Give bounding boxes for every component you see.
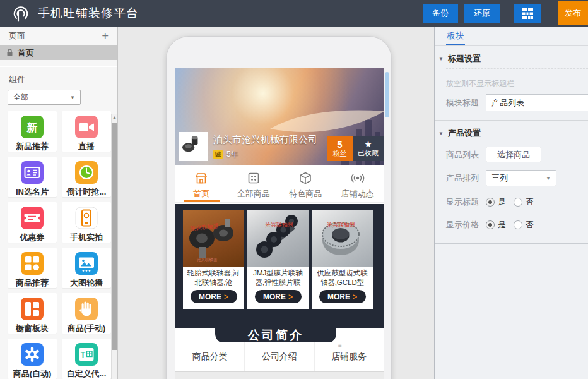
footer-nav-item[interactable]: 商品分类: [175, 342, 245, 371]
more-button[interactable]: MORE>: [255, 290, 302, 303]
component-filter-value: 全部: [13, 92, 28, 103]
footer-nav-item[interactable]: 店铺服务: [315, 342, 384, 371]
title-settings-section[interactable]: ▼ 标题设置: [435, 46, 588, 68]
svg-text:新: 新: [26, 121, 38, 134]
component-gear[interactable]: 商品(自动): [8, 339, 57, 379]
shop-years: 5年: [226, 149, 238, 160]
no-label: 否: [526, 219, 534, 231]
component-label: 直播: [62, 141, 111, 152]
shop-tab-label: 特色商品: [289, 188, 322, 200]
fans-counter[interactable]: 5 粉丝: [327, 136, 353, 161]
component-coupon[interactable]: 优惠券: [8, 202, 57, 243]
show-price-no-radio[interactable]: [514, 220, 522, 229]
component-window-layout[interactable]: 橱窗板块: [8, 293, 57, 334]
show-title-yes-radio[interactable]: [486, 198, 495, 207]
component-label: 手机实拍: [62, 232, 111, 243]
qr-code-button[interactable]: [514, 4, 541, 23]
module-title-input[interactable]: [486, 94, 588, 111]
no-label: 否: [526, 196, 534, 208]
settings-panel: 板块 ▼ 标题设置 放空则不显示标题栏 模块标题 ▼ 产品设置 商品列表 选择商…: [434, 27, 588, 379]
shop-tab-storefront[interactable]: 首页: [175, 165, 228, 202]
svg-text:T: T: [81, 351, 86, 359]
product-image: 沧兴联轴器沧兴联轴器: [183, 210, 244, 267]
shop-banner-image: 泊头市沧兴机械有限公司 诚 5年 5 粉丝 ★ 已收藏: [175, 68, 384, 165]
settings-tabbar: 板块: [435, 27, 588, 46]
module-drag-handle-icon[interactable]: ≡: [338, 342, 342, 349]
tab-module[interactable]: 板块: [446, 27, 465, 45]
product-image: 沧兴联轴器: [247, 210, 309, 267]
more-button[interactable]: MORE>: [191, 290, 237, 303]
shop-logo: [179, 132, 208, 161]
lock-icon: [6, 49, 13, 57]
footer-nav-item[interactable]: 公司介绍: [245, 342, 314, 371]
video-camera-icon: [75, 116, 98, 138]
component-contact-card[interactable]: IN选名片: [8, 157, 57, 197]
page-item-label: 首页: [18, 47, 34, 59]
chevron-down-icon: ▼: [70, 95, 75, 100]
component-hand[interactable]: 商品(手动): [62, 293, 111, 334]
title-settings-label: 标题设置: [448, 53, 481, 64]
title-hint-text: 放空则不显示标题栏: [435, 69, 588, 90]
shop-tab-cube[interactable]: 特色商品: [279, 165, 332, 202]
broadcast-icon: [350, 171, 365, 186]
shop-tab-broadcast[interactable]: 店铺动态: [332, 165, 384, 202]
component-filter-dropdown[interactable]: 全部 ▼: [8, 90, 81, 105]
contact-card-icon: [21, 161, 44, 184]
star-icon: ★: [364, 140, 372, 149]
phone-scrollbar-thumb[interactable]: [385, 72, 389, 117]
product-settings-label: 产品设置: [448, 128, 481, 139]
sidebar-scrollbar-thumb[interactable]: [112, 123, 117, 350]
product-card: 沧兴联轴器JMJ型膜片联轴器,弹性膜片联MORE>: [247, 210, 309, 309]
show-price-label: 显示价格: [446, 219, 486, 231]
component-grid[interactable]: 商品推荐: [8, 248, 57, 288]
show-title-label: 显示标题: [446, 196, 486, 208]
component-video-camera[interactable]: 直播: [62, 111, 111, 152]
app-title: 手机旺铺装修平台: [38, 5, 139, 21]
chevron-down-icon: ▼: [546, 176, 551, 181]
favorite-button[interactable]: ★ 已收藏: [353, 136, 384, 161]
sidebar: 页面 + 首页 组件 全部 ▼ 新新品推荐直播IN选名片倒计时抢...优惠券手机…: [0, 27, 118, 379]
sidebar-item-home-page[interactable]: 首页: [0, 45, 117, 60]
component-countdown-clock[interactable]: 倒计时抢...: [62, 157, 111, 197]
qr-code-icon: [521, 7, 534, 20]
gear-icon: [21, 343, 44, 366]
show-price-yes-radio[interactable]: [486, 220, 495, 229]
component-label: 大图轮播: [62, 277, 111, 288]
component-label: 优惠券: [8, 232, 57, 243]
select-product-button[interactable]: 选择商品: [486, 147, 541, 162]
add-page-button[interactable]: +: [102, 31, 109, 41]
product-list-module: 沧兴联轴器沧兴联轴器轮胎式联轴器,河北联轴器,沧MORE>沧兴联轴器JMJ型膜片…: [175, 204, 384, 328]
component-phone-camera[interactable]: 手机实拍: [62, 202, 111, 243]
more-label: MORE: [263, 292, 286, 301]
component-image-carousel[interactable]: 大图轮播: [62, 248, 111, 288]
hand-icon: [75, 298, 98, 320]
phone-camera-icon: [75, 207, 98, 229]
publish-button[interactable]: 发布: [558, 1, 588, 25]
app-logo-icon: [10, 3, 32, 24]
product-title: 供应鼓型齿式联轴器,GCLD型: [312, 267, 373, 287]
pages-title: 页面: [9, 30, 25, 42]
shop-tab-grid-dots[interactable]: 全部商品: [228, 165, 280, 202]
scroll-up-icon[interactable]: ▲: [112, 114, 117, 121]
component-grid: 新新品推荐直播IN选名片倒计时抢...优惠券手机实拍商品推荐大图轮播橱窗板块商品…: [0, 111, 117, 379]
product-settings-section[interactable]: ▼ 产品设置: [435, 121, 588, 143]
fans-count: 5: [337, 139, 342, 150]
product-image: 沧兴联轴器: [312, 210, 373, 267]
sidebar-scrollbar[interactable]: ▲: [111, 114, 117, 379]
grid-icon: [21, 252, 44, 275]
product-card: 沧兴联轴器供应鼓型齿式联轴器,GCLD型MORE>: [312, 210, 373, 309]
backup-button[interactable]: 备份: [423, 4, 458, 23]
grid-dots-icon: [246, 171, 261, 186]
storefront-icon: [194, 171, 209, 186]
arrangement-value: 三列: [491, 172, 508, 184]
component-label: 倒计时抢...: [62, 186, 111, 197]
collapse-icon: ▼: [438, 56, 444, 62]
more-button[interactable]: MORE>: [319, 290, 366, 303]
component-new-badge[interactable]: 新新品推荐: [8, 111, 57, 152]
restore-button[interactable]: 还原: [464, 4, 500, 23]
show-title-no-radio[interactable]: [514, 198, 522, 207]
favorited-label: 已收藏: [358, 149, 379, 157]
component-custom-code[interactable]: T自定义代...: [62, 339, 111, 379]
component-label: 商品推荐: [8, 277, 57, 288]
arrangement-select[interactable]: 三列 ▼: [486, 170, 556, 186]
